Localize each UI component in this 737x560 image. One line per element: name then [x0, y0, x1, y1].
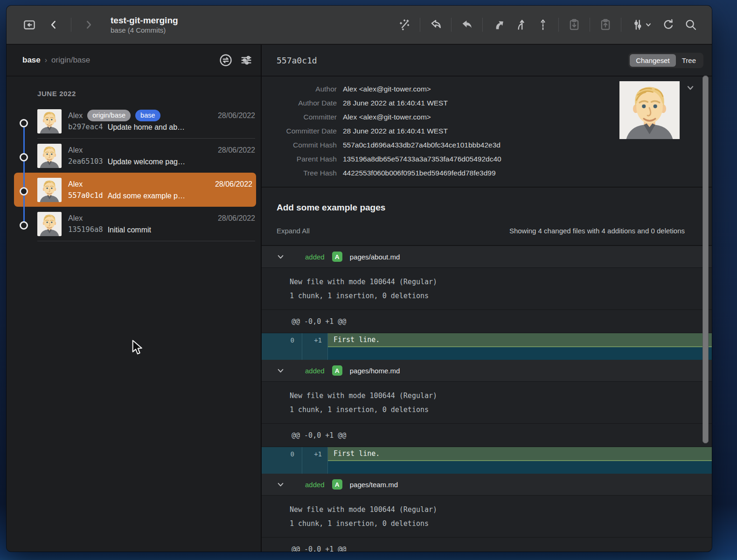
titlebar-separator	[71, 18, 71, 32]
chevron-right-icon	[83, 19, 95, 31]
search-button[interactable]	[681, 15, 701, 35]
hunk-header-text: @@ -0,0 +1 @@	[292, 431, 346, 440]
diff-filler	[328, 347, 712, 360]
commit-message: Update home and ab…	[108, 121, 185, 133]
stash-save-button[interactable]	[564, 15, 584, 35]
titlebar: test-git-merging base (4 Commits)	[7, 6, 712, 45]
file-mode-line: New file with mode 100644 (Regular)	[290, 275, 712, 289]
new-line-number: +1	[302, 333, 328, 360]
file-status: added	[305, 253, 325, 261]
desktop-background: test-git-merging base (4 Commits)	[0, 0, 737, 560]
stash-apply-button[interactable]	[596, 15, 615, 35]
view-toggle: Changeset Tree	[628, 53, 703, 68]
chevron-down-icon	[645, 21, 652, 28]
hunk-header: @@ -0,0 +1 @@	[262, 310, 712, 333]
meta-label: Committer	[262, 110, 343, 124]
refresh-button[interactable]	[659, 15, 678, 35]
breadcrumb: base › origin/base	[22, 56, 219, 65]
commit-hash: 2ea65103	[68, 156, 103, 168]
added-line: First line.	[328, 333, 712, 347]
file-header-team[interactable]: added A pages/team.md	[262, 474, 712, 496]
commit-message: Add some example p…	[108, 190, 185, 202]
commit-row-135196a8[interactable]: Alex 28/06/2022 135196a8 Initial commit	[37, 207, 255, 241]
file-header-home[interactable]: added A pages/home.md	[262, 360, 712, 382]
cherry-pick-button[interactable]	[488, 15, 508, 35]
titlebar-separator	[621, 18, 621, 32]
meta-label: Tree Hash	[262, 166, 343, 180]
file-stats-line: 1 chunk, 1 insertion, 0 deletions	[290, 289, 712, 303]
month-header: JUNE 2022	[37, 90, 255, 98]
back-button[interactable]	[44, 15, 63, 35]
commit-message: Update welcome pag…	[108, 156, 185, 168]
commit-date: 28/06/2022	[215, 178, 252, 190]
avatar	[37, 109, 62, 133]
commit-metadata: AuthorAlex <alex@git-tower.com> Author D…	[262, 76, 712, 188]
avatar	[37, 178, 62, 202]
meta-value: Alex <alex@git-tower.com>	[343, 82, 431, 96]
chevron-down-icon[interactable]	[277, 367, 285, 375]
scrollbar-thumb[interactable]	[702, 76, 709, 443]
file-status-badge: A	[332, 252, 342, 262]
undo-button[interactable]	[426, 15, 445, 35]
window-subtitle: base (4 Commits)	[111, 26, 178, 35]
redo-filled-icon	[491, 18, 505, 32]
commit-hash: b297eac4	[68, 121, 103, 133]
commit-row-557a0c1d-selected[interactable]: Alex 28/06/2022 557a0c1d Add some exampl…	[14, 173, 256, 207]
merge-button[interactable]	[511, 15, 530, 35]
hunk-header-text: @@ -0,0 +1 @@	[292, 545, 346, 552]
old-line-number: 0	[262, 447, 302, 474]
commit-hash: 557a0c1d	[68, 190, 103, 202]
file-header-about[interactable]: added A pages/about.md	[262, 246, 712, 268]
merge-icon	[514, 18, 528, 32]
new-line-number: +1	[302, 447, 328, 474]
discard-button[interactable]	[457, 15, 477, 35]
forward-button[interactable]	[79, 15, 98, 35]
quick-actions-button[interactable]	[395, 15, 414, 35]
file-path: pages/team.md	[350, 481, 398, 489]
expand-all-button[interactable]: Expand All	[277, 227, 310, 235]
commit-graph-node	[20, 187, 28, 196]
detail-scroll-area: AuthorAlex <alex@git-tower.com> Author D…	[262, 76, 712, 552]
filter-sliders-icon[interactable]	[239, 53, 253, 67]
collapse-metadata-chevron-icon[interactable]	[686, 83, 695, 92]
commit-hash: 135196a8	[68, 224, 103, 236]
breadcrumb-remote[interactable]: origin/base	[51, 56, 90, 65]
commit-graph-line	[23, 123, 25, 225]
commit-date: 28/06/2022	[218, 110, 255, 121]
avatar	[37, 212, 62, 236]
rebase-button[interactable]	[533, 15, 553, 35]
meta-value: 28 June 2022 at 16:40:41 WEST	[343, 124, 448, 138]
commit-row-2ea65103[interactable]: Alex 28/06/2022 2ea65103 Update welcome …	[37, 139, 255, 173]
titlebar-separator	[482, 18, 483, 32]
compare-branches-icon[interactable]	[219, 53, 233, 67]
commit-author: Alex	[68, 178, 83, 190]
chevron-left-icon	[48, 19, 60, 31]
search-icon	[684, 18, 698, 32]
file-mode-line: New file with mode 100644 (Regular)	[290, 503, 712, 517]
titlebar-separator	[420, 18, 420, 32]
rebase-icon	[536, 18, 550, 32]
meta-label: Commit Hash	[262, 138, 343, 152]
view-options-button[interactable]	[627, 15, 656, 35]
breadcrumb-branch[interactable]: base	[22, 56, 41, 65]
titlebar-separator	[558, 18, 559, 32]
commit-row-b297eac4[interactable]: Alex origin/base base 28/06/2022 b297eac…	[37, 104, 255, 139]
hunk-header: @@ -0,0 +1 @@	[262, 424, 712, 447]
diff-lines: 0 +1 First line.	[262, 333, 712, 360]
tab-changeset[interactable]: Changeset	[630, 54, 676, 67]
filter-options-icon	[631, 18, 645, 32]
breadcrumb-separator-icon: ›	[45, 56, 47, 64]
magic-wand-icon	[397, 18, 411, 32]
chevron-down-icon[interactable]	[277, 253, 285, 261]
tab-tree[interactable]: Tree	[676, 54, 702, 67]
commit-list: JUNE 2022 Alex origin/base base 28/06/20…	[7, 76, 261, 552]
open-repo-button[interactable]	[20, 15, 39, 35]
file-status-badge: A	[332, 365, 342, 376]
chevron-down-icon[interactable]	[277, 481, 285, 489]
meta-value: Alex <alex@git-tower.com>	[343, 110, 431, 124]
file-status: added	[305, 367, 325, 375]
clipboard-up-icon	[598, 18, 612, 32]
commit-date: 28/06/2022	[218, 144, 255, 156]
commit-author: Alex	[68, 144, 83, 156]
meta-value: 4422553f060b006f0951bed59469fedd78fe3d99	[343, 166, 496, 180]
